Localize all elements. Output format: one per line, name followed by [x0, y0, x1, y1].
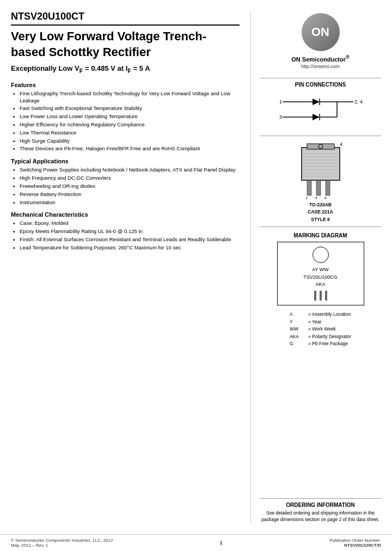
main-content: NTSV20U100CT Very Low Forward Voltage Tr… — [0, 0, 392, 534]
list-item: Fast Switching with Exceptional Temperat… — [13, 105, 240, 112]
features-list: Fine Lithography Trench-based Schottky T… — [11, 90, 240, 153]
list-item: Lead Temperature for Soldering Purposes:… — [13, 244, 240, 252]
legend-row: G = Pb Free Package — [290, 340, 351, 348]
applications-title: Typical Applications — [11, 158, 240, 164]
marking-text: AY WW TSV20U100CG AKA — [282, 266, 359, 289]
website: http://onsemi.com — [301, 64, 340, 69]
marking-circle — [313, 247, 329, 263]
svg-marker-8 — [313, 114, 320, 120]
pin-connections-title: PIN CONNECTIONS — [295, 82, 346, 88]
footer-right: Publication Order Number: NTSV20U100CT/D — [329, 538, 381, 548]
marking-pin-3 — [325, 291, 327, 301]
divider-1 — [260, 78, 381, 78]
list-item: Case: Epoxy, Molded — [13, 220, 240, 227]
on-logo-text: ON — [311, 25, 329, 39]
list-item: Switching Power Supplies including Noteb… — [13, 167, 240, 174]
legend-row: A = Assembly Location — [290, 311, 351, 319]
legend-row: WW = Work Week — [290, 326, 351, 333]
legend-table: A = Assembly Location Y = Year WW = Work… — [290, 311, 351, 348]
svg-text:3: 3 — [324, 196, 327, 199]
copyright: © Semiconductor Components Industries, L… — [11, 538, 113, 543]
publication-label: Publication Order Number: — [329, 538, 381, 543]
marking-pin-2 — [320, 291, 322, 301]
list-item: Low Thermal Resistance — [13, 130, 240, 137]
footer-page: 1 — [220, 540, 223, 546]
marking-pins — [282, 291, 359, 301]
list-item: Instrumentation — [13, 199, 240, 206]
svg-text:1: 1 — [305, 196, 308, 199]
ordering-text: See detailed ordering and shipping infor… — [260, 510, 381, 523]
svg-text:2, 4: 2, 4 — [354, 99, 363, 105]
svg-rect-17 — [316, 180, 321, 195]
marking-box: AY WW TSV20U100CG AKA — [277, 242, 364, 305]
list-item: High Surge Capability — [13, 138, 240, 145]
features-title: Features — [11, 82, 240, 88]
list-item: Low Power Loss and Lower Operating Tempe… — [13, 113, 240, 120]
svg-rect-12 — [302, 148, 340, 180]
marking-diagram-title: MARKING DIAGRAM — [293, 232, 347, 238]
page: NTSV20U100CT Very Low Forward Voltage Tr… — [0, 0, 392, 551]
order-number: NTSV20U100CT/D — [329, 543, 381, 548]
subtitle: Exceptionally Low VF = 0.485 V at IF = 5… — [11, 64, 240, 74]
svg-text:4: 4 — [340, 142, 342, 147]
pin-diagram: 1 2, 4 3 — [260, 91, 381, 129]
list-item: Reverse Battery Protection — [13, 191, 240, 198]
company-name: ON Semiconductor® — [291, 54, 349, 63]
list-item: High Frequency and DC-DC Converters — [13, 175, 240, 182]
pin-connections-svg: 1 2, 4 3 — [277, 91, 364, 129]
marking-pin-1 — [314, 291, 316, 301]
on-logo: ON — [302, 13, 340, 51]
product-title: Very Low Forward Voltage Trench-based Sc… — [11, 29, 240, 60]
right-column: ON ON Semiconductor® http://onsemi.com P… — [250, 11, 381, 523]
mechanical-title: Mechanical Characteristics — [11, 211, 240, 218]
applications-list: Switching Power Supplies including Noteb… — [11, 167, 240, 206]
svg-text:2: 2 — [315, 196, 317, 199]
list-item: These Devices are Pb-Free, Halogen Free/… — [13, 145, 240, 152]
ordering-section: ORDERING INFORMATION See detailed orderi… — [260, 498, 381, 523]
package-svg: 4 1 2 3 — [277, 139, 364, 199]
footer: © Semiconductor Components Industries, L… — [0, 534, 392, 551]
list-item: Higher Efficiency for Achieving Regulato… — [13, 121, 240, 128]
legend-row: Y = Year — [290, 319, 351, 326]
part-number: NTSV20U100CT — [11, 11, 240, 26]
svg-text:1: 1 — [279, 99, 282, 105]
svg-rect-18 — [326, 180, 330, 195]
package-diagram: 4 1 2 3 — [260, 139, 381, 199]
list-item: Fine Lithography Trench-based Schottky T… — [13, 90, 240, 105]
ordering-title: ORDERING INFORMATION — [260, 502, 381, 508]
list-item: Freewheeling and OR-ing diodes — [13, 183, 240, 190]
divider-3 — [260, 226, 381, 227]
list-item: Epoxy Meets Flammability Rating UL 94-0 … — [13, 228, 240, 235]
svg-marker-2 — [313, 99, 320, 105]
svg-text:3: 3 — [279, 114, 282, 120]
legend-row: AKA = Polarity Designator — [290, 333, 351, 341]
package-label: TO-220AB CASE 221A STYLE 6 — [308, 201, 333, 224]
divider-2 — [260, 136, 381, 136]
left-column: NTSV20U100CT Very Low Forward Voltage Tr… — [11, 11, 250, 523]
list-item: Finish: All External Surfaces Corrosion … — [13, 236, 240, 243]
footer-date: May, 2012 – Rev. 1 — [11, 543, 113, 548]
mechanical-list: Case: Epoxy, Molded Epoxy Meets Flammabi… — [11, 220, 240, 251]
svg-rect-16 — [307, 180, 311, 195]
footer-left: © Semiconductor Components Industries, L… — [11, 538, 113, 548]
